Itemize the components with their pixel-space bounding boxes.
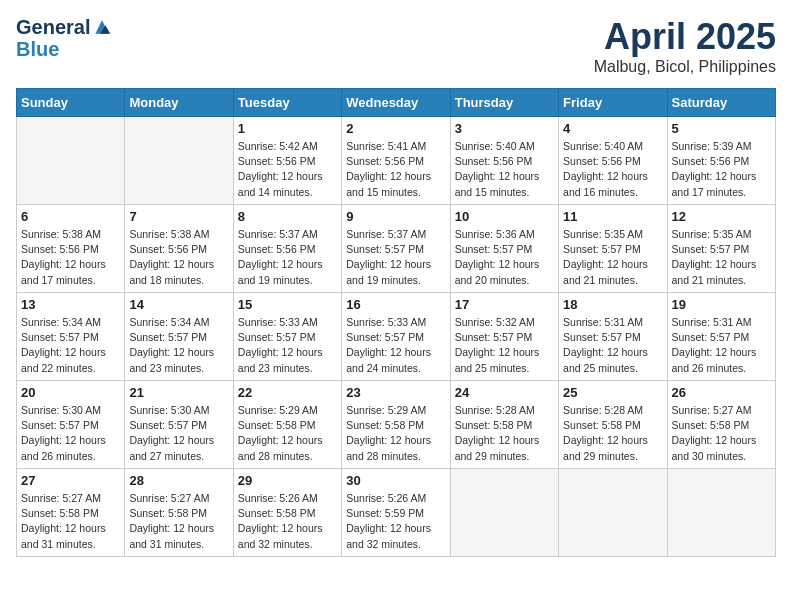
logo: General Blue [16,16,112,60]
day-detail: Sunrise: 5:29 AMSunset: 5:58 PMDaylight:… [346,403,445,464]
calendar-cell: 18Sunrise: 5:31 AMSunset: 5:57 PMDayligh… [559,293,667,381]
week-row-3: 13Sunrise: 5:34 AMSunset: 5:57 PMDayligh… [17,293,776,381]
calendar-cell [667,469,775,557]
calendar-header-row: SundayMondayTuesdayWednesdayThursdayFrid… [17,89,776,117]
col-header-wednesday: Wednesday [342,89,450,117]
day-detail: Sunrise: 5:35 AMSunset: 5:57 PMDaylight:… [563,227,662,288]
col-header-friday: Friday [559,89,667,117]
day-number: 30 [346,473,445,488]
calendar-table: SundayMondayTuesdayWednesdayThursdayFrid… [16,88,776,557]
calendar-cell: 14Sunrise: 5:34 AMSunset: 5:57 PMDayligh… [125,293,233,381]
day-number: 13 [21,297,120,312]
day-detail: Sunrise: 5:31 AMSunset: 5:57 PMDaylight:… [563,315,662,376]
calendar-cell: 28Sunrise: 5:27 AMSunset: 5:58 PMDayligh… [125,469,233,557]
day-number: 9 [346,209,445,224]
calendar-cell: 2Sunrise: 5:41 AMSunset: 5:56 PMDaylight… [342,117,450,205]
day-number: 17 [455,297,554,312]
calendar-cell [450,469,558,557]
col-header-thursday: Thursday [450,89,558,117]
day-detail: Sunrise: 5:31 AMSunset: 5:57 PMDaylight:… [672,315,771,376]
calendar-cell: 20Sunrise: 5:30 AMSunset: 5:57 PMDayligh… [17,381,125,469]
location: Malbug, Bicol, Philippines [594,58,776,76]
day-number: 11 [563,209,662,224]
calendar-cell: 4Sunrise: 5:40 AMSunset: 5:56 PMDaylight… [559,117,667,205]
calendar-cell: 22Sunrise: 5:29 AMSunset: 5:58 PMDayligh… [233,381,341,469]
col-header-saturday: Saturday [667,89,775,117]
calendar-cell: 8Sunrise: 5:37 AMSunset: 5:56 PMDaylight… [233,205,341,293]
day-detail: Sunrise: 5:26 AMSunset: 5:59 PMDaylight:… [346,491,445,552]
week-row-2: 6Sunrise: 5:38 AMSunset: 5:56 PMDaylight… [17,205,776,293]
calendar-cell: 5Sunrise: 5:39 AMSunset: 5:56 PMDaylight… [667,117,775,205]
calendar-cell: 11Sunrise: 5:35 AMSunset: 5:57 PMDayligh… [559,205,667,293]
logo-icon [92,17,112,37]
calendar-cell: 13Sunrise: 5:34 AMSunset: 5:57 PMDayligh… [17,293,125,381]
day-detail: Sunrise: 5:41 AMSunset: 5:56 PMDaylight:… [346,139,445,200]
calendar-cell: 24Sunrise: 5:28 AMSunset: 5:58 PMDayligh… [450,381,558,469]
calendar-cell: 1Sunrise: 5:42 AMSunset: 5:56 PMDaylight… [233,117,341,205]
day-number: 1 [238,121,337,136]
day-number: 27 [21,473,120,488]
calendar-cell: 21Sunrise: 5:30 AMSunset: 5:57 PMDayligh… [125,381,233,469]
day-detail: Sunrise: 5:26 AMSunset: 5:58 PMDaylight:… [238,491,337,552]
day-detail: Sunrise: 5:27 AMSunset: 5:58 PMDaylight:… [129,491,228,552]
day-detail: Sunrise: 5:32 AMSunset: 5:57 PMDaylight:… [455,315,554,376]
day-detail: Sunrise: 5:36 AMSunset: 5:57 PMDaylight:… [455,227,554,288]
day-number: 3 [455,121,554,136]
calendar-cell: 29Sunrise: 5:26 AMSunset: 5:58 PMDayligh… [233,469,341,557]
calendar-cell: 15Sunrise: 5:33 AMSunset: 5:57 PMDayligh… [233,293,341,381]
calendar-cell: 3Sunrise: 5:40 AMSunset: 5:56 PMDaylight… [450,117,558,205]
day-number: 10 [455,209,554,224]
day-detail: Sunrise: 5:40 AMSunset: 5:56 PMDaylight:… [455,139,554,200]
month-title: April 2025 [594,16,776,58]
day-number: 21 [129,385,228,400]
page-header: General Blue April 2025 Malbug, Bicol, P… [16,16,776,76]
calendar-cell: 25Sunrise: 5:28 AMSunset: 5:58 PMDayligh… [559,381,667,469]
day-number: 28 [129,473,228,488]
day-detail: Sunrise: 5:27 AMSunset: 5:58 PMDaylight:… [21,491,120,552]
day-number: 15 [238,297,337,312]
day-number: 8 [238,209,337,224]
day-number: 29 [238,473,337,488]
day-number: 26 [672,385,771,400]
day-detail: Sunrise: 5:27 AMSunset: 5:58 PMDaylight:… [672,403,771,464]
day-number: 25 [563,385,662,400]
col-header-sunday: Sunday [17,89,125,117]
day-number: 24 [455,385,554,400]
day-number: 20 [21,385,120,400]
day-number: 7 [129,209,228,224]
day-detail: Sunrise: 5:38 AMSunset: 5:56 PMDaylight:… [129,227,228,288]
day-number: 2 [346,121,445,136]
calendar-cell: 27Sunrise: 5:27 AMSunset: 5:58 PMDayligh… [17,469,125,557]
day-detail: Sunrise: 5:40 AMSunset: 5:56 PMDaylight:… [563,139,662,200]
day-number: 14 [129,297,228,312]
logo-text: General [16,16,90,38]
day-number: 12 [672,209,771,224]
col-header-monday: Monday [125,89,233,117]
day-number: 5 [672,121,771,136]
day-detail: Sunrise: 5:28 AMSunset: 5:58 PMDaylight:… [563,403,662,464]
day-detail: Sunrise: 5:34 AMSunset: 5:57 PMDaylight:… [129,315,228,376]
day-detail: Sunrise: 5:33 AMSunset: 5:57 PMDaylight:… [238,315,337,376]
day-detail: Sunrise: 5:33 AMSunset: 5:57 PMDaylight:… [346,315,445,376]
day-detail: Sunrise: 5:39 AMSunset: 5:56 PMDaylight:… [672,139,771,200]
day-number: 18 [563,297,662,312]
calendar-cell [17,117,125,205]
calendar-cell: 7Sunrise: 5:38 AMSunset: 5:56 PMDaylight… [125,205,233,293]
day-detail: Sunrise: 5:34 AMSunset: 5:57 PMDaylight:… [21,315,120,376]
week-row-4: 20Sunrise: 5:30 AMSunset: 5:57 PMDayligh… [17,381,776,469]
day-detail: Sunrise: 5:38 AMSunset: 5:56 PMDaylight:… [21,227,120,288]
day-number: 23 [346,385,445,400]
day-number: 19 [672,297,771,312]
calendar-cell: 12Sunrise: 5:35 AMSunset: 5:57 PMDayligh… [667,205,775,293]
day-number: 16 [346,297,445,312]
day-detail: Sunrise: 5:30 AMSunset: 5:57 PMDaylight:… [129,403,228,464]
day-detail: Sunrise: 5:35 AMSunset: 5:57 PMDaylight:… [672,227,771,288]
calendar-cell: 26Sunrise: 5:27 AMSunset: 5:58 PMDayligh… [667,381,775,469]
calendar-cell: 16Sunrise: 5:33 AMSunset: 5:57 PMDayligh… [342,293,450,381]
calendar-cell: 17Sunrise: 5:32 AMSunset: 5:57 PMDayligh… [450,293,558,381]
calendar-cell: 6Sunrise: 5:38 AMSunset: 5:56 PMDaylight… [17,205,125,293]
day-detail: Sunrise: 5:29 AMSunset: 5:58 PMDaylight:… [238,403,337,464]
day-number: 4 [563,121,662,136]
calendar-cell: 23Sunrise: 5:29 AMSunset: 5:58 PMDayligh… [342,381,450,469]
calendar-cell: 30Sunrise: 5:26 AMSunset: 5:59 PMDayligh… [342,469,450,557]
